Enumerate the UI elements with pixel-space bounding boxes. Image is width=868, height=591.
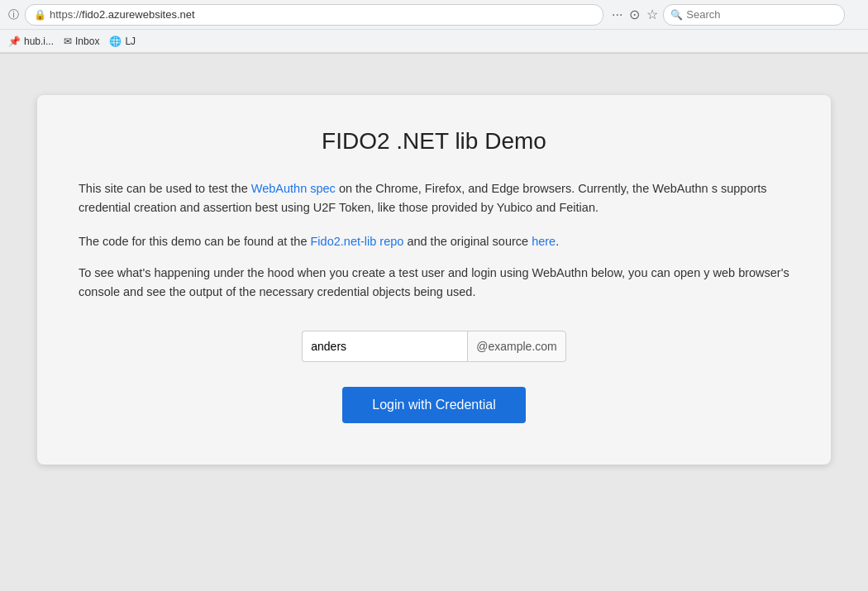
browser-icons: ··· ⊙ ☆: [612, 7, 658, 22]
button-row: Login with Credential: [79, 387, 789, 423]
demo-card: FIDO2 .NET lib Demo This site can be use…: [37, 95, 831, 465]
bookmark-lj[interactable]: 🌐 LJ: [109, 36, 136, 47]
para1-text-before: This site can be used to test the: [79, 182, 251, 195]
url-protocol: https://: [50, 8, 82, 21]
bookmark-star-icon[interactable]: ☆: [646, 7, 658, 22]
bookmark-lj-label: LJ: [125, 36, 136, 47]
reader-icon[interactable]: ⊙: [629, 7, 640, 22]
address-bar[interactable]: 🔒 https://fido2.azurewebsites.net: [25, 4, 603, 26]
bookmark-hub-icon: 📌: [8, 36, 21, 47]
lock-icon: 🔒: [34, 9, 46, 21]
username-input[interactable]: [302, 331, 467, 362]
page-title: FIDO2 .NET lib Demo: [79, 128, 789, 155]
bookmark-lj-icon: 🌐: [109, 36, 122, 47]
paragraph-3: To see what's happening under the hood w…: [79, 264, 789, 302]
search-input[interactable]: [686, 8, 835, 21]
webauthn-spec-link[interactable]: WebAuthn spec: [251, 182, 336, 195]
address-bar-left: ⓘ: [7, 8, 20, 21]
address-bar-row: ⓘ 🔒 https://fido2.azurewebsites.net ··· …: [0, 0, 868, 30]
bookmark-hub[interactable]: 📌 hub.i...: [8, 36, 54, 47]
menu-dots-icon[interactable]: ···: [612, 7, 622, 22]
bookmark-hub-label: hub.i...: [24, 36, 54, 47]
bookmark-inbox[interactable]: ✉ Inbox: [64, 36, 99, 47]
page-content: FIDO2 .NET lib Demo This site can be use…: [0, 54, 868, 591]
info-icon[interactable]: ⓘ: [7, 8, 20, 21]
para2-text-before: The code for this demo can be found at t…: [79, 235, 311, 248]
search-icon: 🔍: [670, 9, 683, 21]
login-button[interactable]: Login with Credential: [342, 387, 525, 423]
bookmark-inbox-icon: ✉: [64, 36, 72, 47]
input-row: @example.com: [79, 331, 789, 362]
here-link[interactable]: here: [532, 235, 556, 248]
fido2-repo-link[interactable]: Fido2.net-lib repo: [311, 235, 404, 248]
email-suffix: @example.com: [467, 331, 565, 362]
url-text: https://fido2.azurewebsites.net: [50, 8, 195, 21]
search-bar[interactable]: 🔍: [663, 4, 845, 26]
paragraph-2: The code for this demo can be found at t…: [79, 232, 789, 251]
browser-chrome: ⓘ 🔒 https://fido2.azurewebsites.net ··· …: [0, 0, 868, 54]
bookmarks-bar: 📌 hub.i... ✉ Inbox 🌐 LJ: [0, 30, 868, 53]
bookmark-inbox-label: Inbox: [75, 36, 99, 47]
para2-text-middle: and the original source: [403, 235, 532, 248]
para2-text-end: .: [556, 235, 559, 248]
url-host: fido2.azurewebsites.net: [82, 8, 195, 21]
paragraph-1: This site can be used to test the WebAut…: [79, 179, 789, 217]
